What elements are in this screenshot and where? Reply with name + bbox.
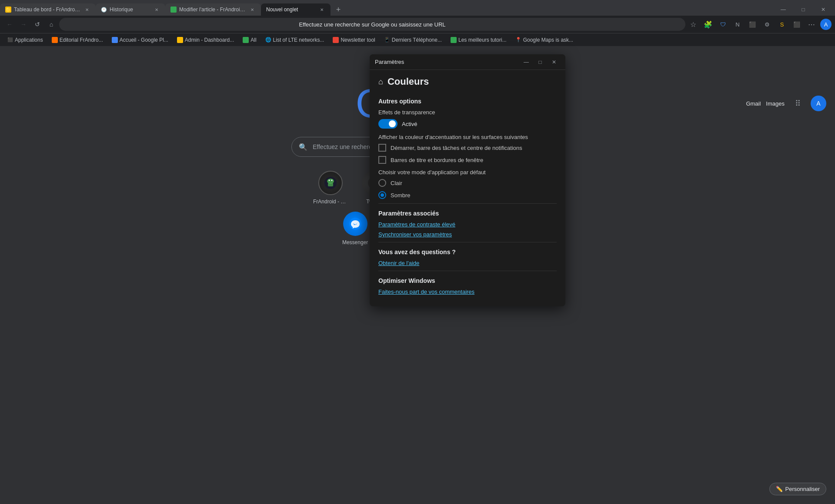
checkbox-barres-label: Barres de titre et bordures de fenêtre — [391, 157, 483, 163]
personalize-button[interactable]: ✏️ Personnaliser — [769, 483, 827, 495]
edge-icon-4[interactable]: ⚙ — [761, 18, 773, 30]
settings-minimize-button[interactable]: — — [520, 58, 532, 66]
bookmark-derniers-icon: 📱 — [384, 37, 390, 43]
settings-header: ⌂ Couleurs — [370, 70, 565, 92]
close-button[interactable]: ✕ — [813, 3, 833, 16]
bookmark-editorial[interactable]: Editorial FrAndro... — [48, 36, 107, 44]
shortcut-frandroid[interactable]: FrAndroid - Tou... — [313, 171, 348, 205]
bookmark-accueil-label: Accueil - Google Pl... — [120, 37, 168, 43]
mode-label: Choisir votre mode d'application par déf… — [378, 169, 557, 176]
tab-3[interactable]: ● Modifier l'article - FrAndroid — ✕ — [165, 3, 261, 16]
images-link[interactable]: Images — [766, 100, 785, 107]
bookmarks-bar: ⬛ Applications Editorial FrAndro... Accu… — [0, 33, 835, 46]
shortcut-messenger[interactable]: Messenger — [342, 212, 368, 245]
forward-button[interactable]: → — [17, 18, 30, 30]
divider-3 — [378, 271, 557, 271]
tab-2-close[interactable]: ✕ — [153, 6, 160, 13]
tab-1-title: Tableau de bord - FrAndroid — — [14, 7, 81, 13]
settings-title: Paramètres — [375, 59, 404, 65]
settings-maximize-button[interactable]: □ — [534, 58, 546, 66]
bookmark-lte[interactable]: 🌐 List of LTE networks... — [262, 36, 328, 44]
bookmark-all-icon — [243, 37, 249, 43]
toggle-label: Activé — [402, 121, 417, 127]
extensions-icon[interactable]: 🧩 — [702, 18, 714, 30]
link-commentaires[interactable]: Faites-nous part de vos commentaires — [378, 288, 557, 295]
tab-1[interactable]: 🟡 Tableau de bord - FrAndroid — ✕ — [0, 3, 96, 16]
tab-4[interactable]: Nouvel onglet ✕ — [261, 3, 331, 16]
bookmark-admin[interactable]: Admin - Dashboard... — [174, 36, 237, 44]
window-controls: — □ ✕ — [773, 3, 835, 16]
bookmark-lte-label: List of LTE networks... — [273, 37, 324, 43]
profile-avatar[interactable]: A — [820, 19, 832, 30]
browser-chrome: 🟡 Tableau de bord - FrAndroid — ✕ 🕐 Hist… — [0, 0, 835, 46]
bookmark-newsletter[interactable]: Newsletter tool — [329, 36, 378, 44]
settings-home-icon[interactable]: ⌂ — [378, 77, 383, 86]
tab-4-title: Nouvel onglet — [266, 7, 316, 13]
bookmark-accueil[interactable]: Accueil - Google Pl... — [108, 36, 172, 44]
apps-grid-icon[interactable]: ⠿ — [790, 96, 805, 111]
edge-icon-3[interactable]: ⬛ — [746, 18, 758, 30]
bookmark-applications[interactable]: ⬛ Applications — [3, 36, 47, 44]
tab-2-title: Historique — [110, 7, 150, 13]
bookmark-meilleurs[interactable]: Les meilleurs tutori... — [447, 36, 510, 44]
bookmark-derniers[interactable]: 📱 Derniers Téléphone... — [381, 36, 445, 44]
bookmark-all[interactable]: All — [239, 36, 260, 44]
tab-3-title: Modifier l'article - FrAndroid — — [179, 7, 246, 13]
tab-1-close[interactable]: ✕ — [84, 6, 90, 13]
bookmark-googlemaps[interactable]: 📍 Google Maps is ask... — [512, 36, 577, 44]
checkbox-barres[interactable] — [378, 156, 386, 164]
tab-2-favicon: 🕐 — [101, 7, 107, 13]
link-aide[interactable]: Obtenir de l'aide — [378, 260, 557, 266]
effets-label: Effets de transparence — [378, 109, 557, 116]
shortcut-frandroid-label: FrAndroid - Tou... — [313, 199, 348, 205]
home-button[interactable]: ⌂ — [45, 18, 57, 30]
personalize-label: Personnaliser — [785, 486, 820, 492]
radio-clair-label: Clair — [391, 180, 402, 186]
settings-icon[interactable]: ⋯ — [805, 18, 818, 30]
bookmark-meilleurs-label: Les meilleurs tutori... — [458, 37, 507, 43]
bookmark-derniers-label: Derniers Téléphone... — [392, 37, 442, 43]
radio-sombre-label: Sombre — [391, 192, 411, 199]
tab-bar: 🟡 Tableau de bord - FrAndroid — ✕ 🕐 Hist… — [0, 0, 835, 16]
minimize-button[interactable]: — — [773, 3, 793, 16]
tab-3-close[interactable]: ✕ — [249, 6, 256, 13]
back-button[interactable]: ← — [3, 18, 16, 30]
checkbox-demarrer-label: Démarrer, barre des tâches et centre de … — [391, 145, 522, 151]
svg-point-4 — [331, 180, 333, 181]
gmail-link[interactable]: Gmail — [746, 100, 761, 107]
bookmark-googlemaps-label: Google Maps is ask... — [523, 37, 573, 43]
associes-title: Paramètres associés — [378, 210, 557, 217]
tab-3-favicon: ● — [170, 7, 177, 13]
optimiser-title: Optimiser Windows — [378, 277, 557, 284]
settings-titlebar: Paramètres — □ ✕ — [370, 54, 565, 70]
new-tab-button[interactable]: + — [332, 3, 344, 16]
address-input[interactable] — [59, 18, 685, 31]
bookmark-star-icon[interactable]: ☆ — [687, 18, 699, 30]
svg-rect-2 — [328, 183, 333, 186]
tab-2[interactable]: 🕐 Historique ✕ — [96, 3, 165, 16]
settings-close-button[interactable]: ✕ — [548, 58, 560, 66]
personalize-icon: ✏️ — [776, 486, 783, 492]
edge-icon-6[interactable]: ⬛ — [791, 18, 803, 30]
link-contraste[interactable]: Paramètres de contraste élevé — [378, 221, 557, 228]
autres-options-title: Autres options — [378, 98, 557, 105]
edge-icon-2[interactable]: N — [731, 18, 744, 30]
transparency-toggle[interactable] — [378, 119, 397, 129]
google-profile-avatar[interactable]: A — [811, 96, 826, 111]
radio-clair[interactable] — [378, 179, 386, 187]
svg-point-3 — [329, 180, 330, 181]
edge-icon-1[interactable]: 🛡 — [717, 18, 729, 30]
link-sync[interactable]: Synchroniser vos paramètres — [378, 231, 557, 238]
radio-sombre[interactable] — [378, 191, 386, 199]
search-icon: 🔍 — [299, 143, 307, 151]
maximize-button[interactable]: □ — [793, 3, 813, 16]
radio-sombre-dot — [381, 193, 384, 197]
tab-4-close[interactable]: ✕ — [318, 6, 325, 13]
bookmark-lte-icon: 🌐 — [265, 37, 271, 43]
checkbox-demarrer[interactable] — [378, 144, 386, 152]
refresh-button[interactable]: ↺ — [31, 18, 43, 30]
edge-icon-5[interactable]: S — [776, 18, 788, 30]
bookmark-newsletter-icon — [333, 37, 339, 43]
bookmark-applications-label: Applications — [15, 37, 43, 43]
tab-1-favicon: 🟡 — [5, 7, 11, 13]
